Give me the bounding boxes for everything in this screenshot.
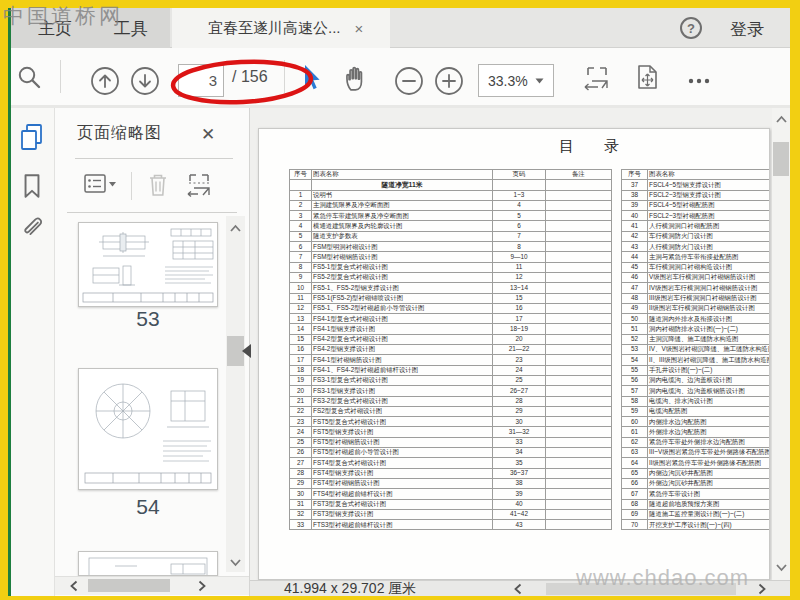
- page-53-drawing: [79, 223, 217, 306]
- toc-row: 46V级围岩车行横洞洞口衬砌钢筋设计图: [622, 272, 771, 282]
- toc-row: 51洞内衬砌防排水设计图(一)~(二): [622, 324, 771, 334]
- toc-row: 15FS4-2型复合式衬砌设计图20: [290, 334, 612, 344]
- thumbnail-options-icon: [83, 172, 117, 198]
- select-tool-button[interactable]: [298, 62, 324, 92]
- previous-page-button[interactable]: [90, 66, 120, 96]
- fit-width-button[interactable]: [582, 64, 612, 92]
- toc-row: 57洞内电缆沟、边沟盖板钢筋设计图: [622, 386, 771, 396]
- toc-row: 64II级围岩紧急停车带处外侧路缘石配筋图: [622, 458, 771, 468]
- toc-row: 17FS4-1型衬砌钢筋设计图23: [290, 355, 612, 365]
- toc-row: 55手孔井设计图(一)~(二): [622, 365, 771, 375]
- panel-collapse-handle[interactable]: [242, 344, 251, 358]
- toc-header-row: 序号图表名称: [622, 170, 771, 180]
- document-scroll-right-button[interactable]: [754, 582, 770, 596]
- sidebar-vertical-scrollbar[interactable]: [226, 216, 245, 572]
- document-scroll-left-button[interactable]: [510, 582, 526, 596]
- page-down-icon: [130, 66, 160, 96]
- app-window: 主页 工具 宜春至遂川高速公... × ? 登录: [0, 0, 800, 600]
- toc-row: 68隧道超前地质预报方案图: [622, 499, 771, 509]
- hand-tool-button[interactable]: [340, 63, 370, 93]
- bookmarks-nav-button[interactable]: [18, 172, 46, 200]
- toolbar-divider: [284, 60, 285, 93]
- page-number-input[interactable]: [178, 64, 224, 97]
- page-thumbnails-nav-button[interactable]: [18, 122, 46, 150]
- next-page-button[interactable]: [130, 66, 160, 96]
- help-button[interactable]: ?: [680, 17, 702, 39]
- toc-row: 2主洞建筑限界及净空断面图4: [290, 200, 612, 210]
- search-button[interactable]: [16, 64, 44, 92]
- tab-document[interactable]: 宜春至遂川高速公... ×: [172, 8, 390, 48]
- toc-row: 53IV、V级围岩衬砌沉降缝、施工缝防水构造图: [622, 345, 771, 355]
- toc-row: 12FS5-1、FS5-2型衬砌超前小导管设计图16: [290, 303, 612, 313]
- toc-row: 22FS2型复合式衬砌设计图29: [290, 406, 612, 416]
- panel-close-button[interactable]: ✕: [197, 123, 219, 145]
- login-button[interactable]: 登录: [730, 18, 764, 41]
- zoom-level-dropdown[interactable]: 33.3%: [478, 64, 554, 97]
- toc-row: 6FSM型明洞衬砌设计图8: [290, 242, 612, 252]
- toc-row: 62紧急停车带处外侧排水边沟配筋图: [622, 437, 771, 447]
- toc-row: 7FSM型衬砌钢筋设计图9—10: [290, 252, 612, 262]
- thumbnail-page-number: 54: [78, 495, 218, 519]
- zoom-out-icon: [394, 66, 424, 96]
- document-scrollbar-thumb[interactable]: [773, 142, 789, 176]
- delete-icon: [145, 171, 171, 199]
- chevron-left-icon: [514, 583, 522, 595]
- more-tools-button[interactable]: [684, 66, 714, 96]
- toc-row: 3紧急停车带建筑限界及净空断面图5: [290, 211, 612, 221]
- panel-title: 页面缩略图: [77, 123, 162, 144]
- toc-row: 70开挖支护工序设计图(一)~(四): [622, 520, 771, 530]
- zoom-in-button[interactable]: [434, 66, 464, 96]
- toc-row: 43人行横洞防火门设计图: [622, 242, 771, 252]
- tab-close-icon[interactable]: ×: [355, 20, 364, 37]
- toc-row: 49II级围岩车行横洞洞口衬砌钢筋设计图: [622, 303, 771, 313]
- fit-page-icon: [632, 62, 662, 92]
- document-page: 目 录 序号图表名称页码备注隧道净宽11米1说明书1~32主洞建筑限界及净空断面…: [258, 128, 770, 580]
- thumbnail-options-button[interactable]: [83, 172, 117, 198]
- toc-row: 45车行横洞洞口衬砌构造设计图: [622, 262, 771, 272]
- page-thumbnail[interactable]: [78, 368, 218, 490]
- toc-row: 54II、III级围岩衬砌沉降缝、施工缝防水构造图: [622, 355, 771, 365]
- document-vertical-scrollbar[interactable]: [772, 108, 790, 580]
- toc-row: 19FS3-1型复合式衬砌设计图25: [290, 375, 612, 385]
- sidebar-scroll-down-button[interactable]: [226, 554, 245, 570]
- document-scroll-down-button[interactable]: [772, 558, 790, 576]
- toc-row: 5隧道支护参数表7: [290, 231, 612, 241]
- document-title-char: 目: [559, 137, 574, 156]
- panel-divider: [67, 212, 237, 213]
- attachments-nav-button[interactable]: [18, 214, 46, 242]
- resize-thumbnails-icon: [185, 171, 215, 199]
- chevron-right-icon: [198, 580, 206, 592]
- toc-row: 27FST4型复合式衬砌设计图35: [290, 458, 612, 468]
- toc-row: 40FSCL2~3型衬砌配筋图: [622, 211, 771, 221]
- fit-page-button[interactable]: [632, 62, 662, 92]
- panel-divider: [75, 158, 233, 159]
- chevron-up-icon: [229, 224, 242, 233]
- toolbar-divider: [60, 60, 61, 93]
- delete-page-button[interactable]: [145, 171, 171, 199]
- sidebar-hscrollbar-thumb[interactable]: [88, 579, 170, 592]
- sidebar-scroll-right-button[interactable]: [195, 579, 209, 592]
- toc-row: 42车行横洞防火门设计图: [622, 231, 771, 241]
- toc-row: 23FST5型复合式衬砌设计图30: [290, 417, 612, 427]
- toc-row: 37FSCL4~5型钢支撑设计图: [622, 180, 771, 190]
- resize-thumbnails-button[interactable]: [185, 171, 215, 199]
- toc-row: 8FS5-1型复合式衬砌设计图11: [290, 262, 612, 272]
- toc-row: 66外侧边沟沉砂井配筋图: [622, 478, 771, 488]
- zoom-out-button[interactable]: [394, 66, 424, 96]
- page-thumbnail[interactable]: [78, 551, 218, 576]
- toc-row: 25FST5型衬砌钢筋设计图33: [290, 437, 612, 447]
- toc-row: 61外侧排水边沟配筋图: [622, 427, 771, 437]
- chevron-right-icon: [758, 583, 766, 595]
- tab-document-label: 宜春至遂川高速公...: [208, 19, 341, 38]
- zoom-in-icon: [434, 66, 464, 96]
- sidebar-scroll-left-button[interactable]: [67, 579, 81, 592]
- watermark-top-left: 中国道桥网: [3, 2, 123, 30]
- toc-row: 20FS3-1型钢支撑设计图26~27: [290, 386, 612, 396]
- toc-row: 16FS4-2型钢支撑设计图21—22: [290, 345, 612, 355]
- hand-pan-icon: [340, 63, 370, 93]
- document-scroll-up-button[interactable]: [772, 110, 790, 128]
- sidebar-scroll-up-button[interactable]: [226, 220, 245, 236]
- toolbar: / 156: [8, 48, 790, 105]
- page-thumbnail[interactable]: [78, 222, 218, 307]
- page-up-icon: [90, 66, 120, 96]
